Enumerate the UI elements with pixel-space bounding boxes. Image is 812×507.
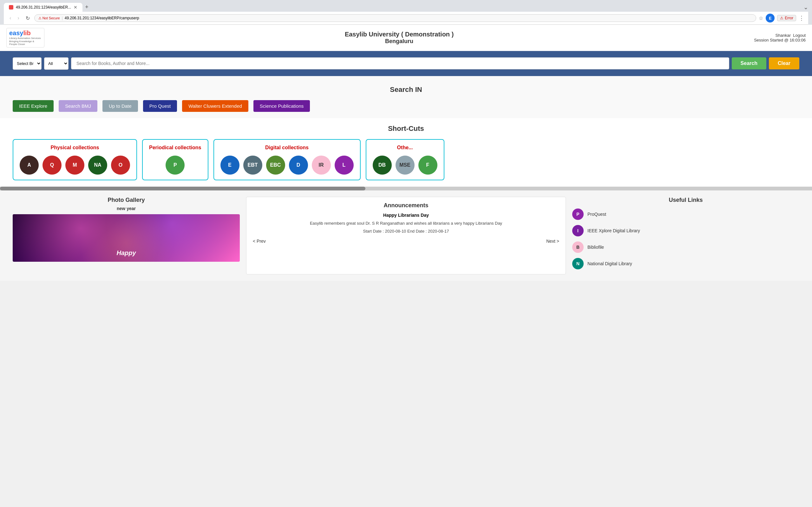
- search-in-btn-2[interactable]: Up to Date: [102, 100, 138, 112]
- search-in-btn-3[interactable]: Pro Quest: [143, 100, 177, 112]
- new-tab-button[interactable]: +: [83, 3, 91, 12]
- active-tab[interactable]: 49.206.31.201:1234/easylibER... ✕: [4, 3, 83, 12]
- separator: |: [62, 16, 63, 20]
- scroll-thumb: [0, 187, 365, 190]
- search-input[interactable]: [71, 57, 729, 69]
- circle-icon-0-4[interactable]: O: [111, 156, 130, 175]
- logo-tagline2: Bringing Knowledge & People Closer: [9, 40, 42, 46]
- browser-tabs: 49.206.31.201:1234/easylibER... ✕ + ⌄: [4, 3, 808, 12]
- useful-links-title: Useful Links: [572, 197, 799, 204]
- url-field[interactable]: ⚠ Not Secure | 49.206.31.201:1234/easyli…: [34, 14, 757, 22]
- shortcut-card-title-1: Periodical collections: [149, 145, 201, 151]
- browser-options-button[interactable]: ⋮: [799, 14, 804, 21]
- announcement-nav: < Prev Next >: [253, 239, 559, 244]
- bottom-section: Photo Gallery new year Happy Announcemen…: [0, 190, 812, 281]
- next-announcement-button[interactable]: Next >: [546, 239, 559, 244]
- url-text: 49.206.31.201:1234/easylibERP/campuserp: [65, 16, 139, 20]
- circle-icons-3: DBMSEF: [373, 156, 438, 175]
- search-in-btn-4[interactable]: Walter Cluwers Extended: [182, 100, 248, 112]
- shortcuts-title: Short-Cuts: [13, 124, 799, 133]
- shortcuts-section: Short-Cuts Physical collectionsAQMNAOPer…: [0, 118, 812, 187]
- tab-title: 49.206.31.201:1234/easylibER...: [16, 5, 71, 9]
- circle-icon-3-2[interactable]: F: [418, 156, 438, 175]
- search-in-btn-1[interactable]: Search BMJ: [59, 100, 97, 112]
- logout-link[interactable]: Logout: [793, 33, 806, 38]
- search-in-buttons: IEEE ExploreSearch BMJUp to DatePro Ques…: [13, 100, 799, 112]
- circle-icons-2: EEBTEBCDIRL: [220, 156, 354, 175]
- logo-text: easylib: [9, 30, 42, 37]
- scroll-indicator: [0, 187, 812, 190]
- username: Shankar: [775, 33, 791, 38]
- city-name: Bengaluru: [44, 38, 754, 45]
- gallery-image: Happy: [13, 214, 240, 262]
- forward-button[interactable]: ›: [15, 14, 21, 21]
- circle-icons-1: P: [149, 156, 201, 175]
- tab-favicon: [9, 5, 13, 9]
- type-select[interactable]: All Books Author Title: [44, 57, 68, 70]
- useful-link-item-0[interactable]: PProQuest: [572, 209, 799, 220]
- tab-close-button[interactable]: ✕: [73, 5, 78, 10]
- search-in-btn-0[interactable]: IEEE Explore: [13, 100, 54, 112]
- site-header: easylib Library Automation Services Brin…: [0, 25, 812, 51]
- gallery-subtitle: new year: [13, 206, 240, 211]
- error-icon: ⚠: [780, 16, 783, 20]
- shortcut-card-other: Othe...DBMSEF: [366, 139, 444, 180]
- useful-links-panel: Useful Links PProQuestIIEEE Xplore Digit…: [566, 197, 806, 274]
- circle-icon-2-3[interactable]: D: [289, 156, 308, 175]
- search-in-title: Search IN: [13, 86, 799, 94]
- prev-announcement-button[interactable]: < Prev: [253, 239, 266, 244]
- back-button[interactable]: ‹: [8, 14, 13, 21]
- link-label-2: Bibliofile: [588, 245, 604, 250]
- bookmark-button[interactable]: ☆: [759, 15, 763, 21]
- link-icon-0: P: [572, 209, 583, 220]
- link-label-3: National Digital Library: [588, 261, 632, 266]
- shortcuts-grid: Physical collectionsAQMNAOPeriodical col…: [13, 139, 799, 180]
- page-content: easylib Library Automation Services Brin…: [0, 25, 812, 281]
- shortcut-card-title-0: Physical collections: [20, 145, 130, 151]
- announcement-dates: Start Date : 2020-08-10 End Date : 2020-…: [253, 229, 559, 233]
- gallery-caption: Happy: [116, 249, 136, 257]
- circle-icon-0-0[interactable]: A: [20, 156, 39, 175]
- announcements-title: Announcements: [253, 202, 559, 209]
- circle-icon-0-3[interactable]: NA: [88, 156, 107, 175]
- logo-area: easylib Library Automation Services Brin…: [6, 28, 44, 48]
- circle-icon-1-0[interactable]: P: [165, 156, 185, 175]
- header-center: Easylib University ( Demonstration ) Ben…: [44, 31, 754, 45]
- not-secure-indicator: ⚠ Not Secure: [38, 16, 60, 20]
- reload-button[interactable]: ↻: [24, 14, 32, 22]
- circle-icon-2-5[interactable]: L: [335, 156, 354, 175]
- link-label-1: IEEE Xplore Digital Library: [588, 228, 640, 233]
- browser-menu-icon[interactable]: ⌄: [803, 4, 808, 11]
- clear-button[interactable]: Clear: [769, 57, 799, 69]
- shortcut-card-periodical: Periodical collectionsP: [142, 139, 208, 180]
- photo-gallery: Photo Gallery new year Happy: [6, 197, 246, 274]
- profile-button[interactable]: E: [766, 14, 774, 22]
- link-icon-2: B: [572, 241, 583, 253]
- circle-icon-2-4[interactable]: IR: [312, 156, 331, 175]
- circle-icon-2-0[interactable]: E: [220, 156, 240, 175]
- circle-icon-2-1[interactable]: EBT: [243, 156, 262, 175]
- link-label-0: ProQuest: [588, 212, 606, 217]
- useful-links-list: PProQuestIIEEE Xplore Digital LibraryBBi…: [572, 209, 799, 269]
- link-icon-3: N: [572, 258, 583, 269]
- search-button[interactable]: Search: [732, 57, 766, 69]
- search-in-btn-5[interactable]: Science Publications: [253, 100, 310, 112]
- shortcut-card-physical: Physical collectionsAQMNAO: [13, 139, 137, 180]
- circle-icon-3-1[interactable]: MSE: [396, 156, 415, 175]
- link-icon-1: I: [572, 225, 583, 236]
- useful-link-item-3[interactable]: NNational Digital Library: [572, 258, 799, 269]
- search-bar: Select Br All Books Author Title Search …: [0, 51, 812, 76]
- branch-select[interactable]: Select Br: [13, 57, 42, 70]
- search-in-section: Search IN IEEE ExploreSearch BMJUp to Da…: [0, 76, 812, 118]
- error-indicator: ⚠ Error: [777, 15, 796, 21]
- useful-link-item-2[interactable]: BBibliofile: [572, 241, 799, 253]
- circle-icon-0-2[interactable]: M: [65, 156, 84, 175]
- shortcut-card-title-2: Digital collections: [220, 145, 354, 151]
- logo-box: easylib Library Automation Services Brin…: [6, 28, 44, 48]
- circle-icon-3-0[interactable]: DB: [373, 156, 392, 175]
- useful-link-item-1[interactable]: IIEEE Xplore Digital Library: [572, 225, 799, 236]
- shortcut-card-digital: Digital collectionsEEBTEBCDIRL: [213, 139, 361, 180]
- circle-icon-2-2[interactable]: EBC: [266, 156, 285, 175]
- circle-icon-0-1[interactable]: Q: [43, 156, 61, 175]
- session-info: Session Started @ 16:03:06: [754, 38, 806, 43]
